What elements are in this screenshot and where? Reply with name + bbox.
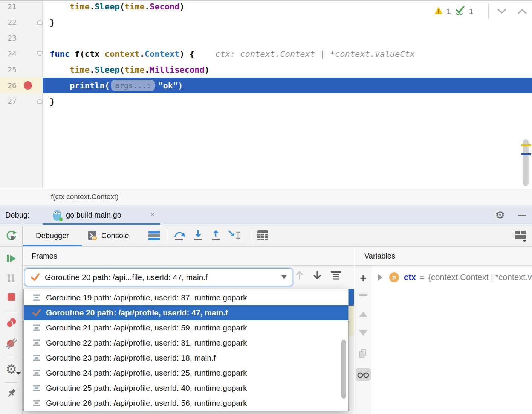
goroutine-item[interactable]: Goroutine 26 path: /api/profile, userId:… — [24, 396, 348, 411]
variable-row[interactable]: p ctx = {context.Context | *context.valu… — [372, 269, 532, 286]
goroutine-label: Goroutine 24 path: /api/profile, userId:… — [46, 368, 247, 377]
code-text[interactable]: } — [43, 93, 532, 109]
plus-icon: + — [360, 272, 367, 284]
warning-count: 1 — [446, 7, 451, 16]
line-number: 25 — [3, 65, 17, 74]
code-line[interactable]: 26 println(args...:"ok") — [0, 78, 532, 93]
gutter-cell[interactable]: 26 — [0, 78, 43, 93]
add-watch-button[interactable]: + — [354, 272, 372, 284]
goroutine-icon — [32, 324, 41, 331]
mute-breakpoints-button[interactable] — [0, 338, 23, 349]
layout-settings-button[interactable] — [515, 230, 527, 242]
threads-view-icon[interactable] — [148, 230, 160, 241]
code-text[interactable] — [43, 30, 532, 46]
goroutine-item[interactable]: Goroutine 25 path: /api/profile, userId:… — [24, 381, 348, 396]
view-breakpoints-button[interactable] — [0, 318, 23, 328]
prev-occurrence-icon[interactable] — [517, 8, 527, 14]
gutter-cell[interactable]: 22 — [0, 14, 43, 30]
code-text[interactable]: time.Sleep(time.Millisecond) — [43, 62, 532, 78]
line-number: 27 — [3, 97, 17, 106]
gutter-cell[interactable]: 25 — [0, 62, 43, 78]
goroutine-label: Goroutine 20 path: /api/profile, userId:… — [46, 308, 228, 317]
filter-frames-icon — [330, 271, 341, 280]
resume-button[interactable] — [0, 254, 23, 263]
code-line[interactable]: 24func f(ctx context.Context) {ctx: cont… — [0, 46, 532, 62]
equals-sign: = — [420, 272, 425, 282]
goroutine-item[interactable]: Goroutine 20 path: /api/profile, userId:… — [24, 305, 348, 320]
code-line[interactable]: 25 time.Sleep(time.Millisecond) — [0, 62, 532, 78]
fold-marker-icon[interactable] — [37, 51, 43, 57]
code-line[interactable]: 27} — [0, 93, 532, 109]
current-goroutine-check-icon — [31, 273, 40, 282]
goroutine-item[interactable]: Goroutine 23 path: /api/profile, userId:… — [24, 350, 348, 365]
goroutine-item[interactable]: Goroutine 21 path: /api/profile, userId:… — [24, 320, 348, 335]
goroutine-item[interactable]: Goroutine 24 path: /api/profile, userId:… — [24, 365, 348, 381]
move-watch-up-button[interactable] — [354, 312, 372, 317]
execution-stripe-mark[interactable] — [521, 153, 531, 155]
goroutine-selector[interactable]: Goroutine 20 path: /api...file, userId: … — [25, 268, 292, 286]
gutter-cell[interactable]: 23 — [0, 30, 43, 46]
pin-tab-button[interactable] — [0, 388, 23, 399]
step-out-icon — [210, 230, 221, 241]
variables-panel: Variables + — [354, 247, 532, 414]
goroutine-item[interactable]: Goroutine 22 path: /api/profile, userId:… — [24, 335, 348, 350]
gutter-cell[interactable]: 24 — [0, 46, 43, 62]
code-text[interactable]: func f(ctx context.Context) {ctx: contex… — [43, 46, 532, 62]
duplicate-watch-button[interactable] — [354, 349, 372, 358]
run-to-cursor-button[interactable] — [228, 230, 241, 241]
debug-session-tab[interactable]: go build main.go × — [43, 205, 160, 225]
settings-gear-icon[interactable]: ⚙ — [495, 210, 505, 221]
hide-toolwindow-icon[interactable] — [518, 215, 526, 216]
debug-label: Debug: — [5, 205, 30, 224]
next-frame-button[interactable] — [313, 270, 322, 280]
debug-content: ⚙ Frames — [0, 247, 532, 414]
rerun-button[interactable] — [0, 225, 23, 246]
pause-button[interactable] — [0, 274, 23, 283]
warning-stripe-mark[interactable] — [521, 144, 531, 146]
line-number: 23 — [3, 33, 17, 43]
popup-scrollbar[interactable] — [341, 340, 346, 399]
code-line[interactable]: 23 — [0, 30, 532, 46]
stop-button[interactable] — [0, 293, 23, 301]
dropdown-arrow-icon — [16, 372, 21, 375]
show-watches-button[interactable] — [354, 368, 372, 381]
code-editor[interactable]: 21 time.Sleep(time.Second)22}2324func f(… — [0, 0, 532, 188]
tab-debugger-label: Debugger — [36, 231, 69, 240]
goroutine-label: Goroutine 22 path: /api/profile, userId:… — [46, 338, 247, 347]
fold-marker-icon[interactable] — [37, 99, 43, 104]
breadcrumb[interactable]: f(ctx context.Context) — [51, 189, 119, 205]
expand-arrow-icon[interactable] — [378, 274, 382, 281]
fold-marker-icon[interactable] — [37, 20, 43, 25]
goroutine-item[interactable]: Goroutine 19 path: /api/profile, userId:… — [24, 290, 348, 305]
arrow-down-icon — [313, 270, 322, 280]
step-into-button[interactable] — [193, 230, 203, 241]
divider — [5, 311, 17, 311]
variable-value: {context.Context | *context.valueCtx} — [428, 272, 532, 282]
previous-frame-button[interactable] — [295, 270, 304, 280]
step-over-button[interactable] — [173, 230, 185, 241]
debugger-settings-button[interactable]: ⚙ — [0, 363, 23, 376]
goroutine-icon — [32, 355, 41, 361]
copy-icon — [359, 349, 368, 358]
step-out-button[interactable] — [210, 230, 221, 241]
tab-console[interactable]: Console — [87, 225, 129, 246]
triangle-down-icon — [359, 330, 367, 336]
remove-watch-button[interactable] — [354, 294, 372, 296]
tab-debugger[interactable]: Debugger — [23, 225, 82, 246]
debug-session-title: go build main.go — [66, 205, 121, 224]
hide-library-frames-button[interactable] — [330, 271, 341, 280]
variables-title: Variables — [364, 252, 395, 260]
goroutine-label: Goroutine 26 path: /api/profile, userId:… — [46, 399, 247, 408]
breakpoint-icon[interactable] — [24, 81, 32, 90]
close-icon[interactable]: × — [150, 205, 155, 224]
go-gopher-icon — [53, 210, 61, 221]
move-watch-down-button[interactable] — [354, 330, 372, 336]
inspection-widget[interactable]: 1 1 — [434, 5, 473, 17]
code-text[interactable]: println(args...:"ok") — [43, 78, 532, 93]
debug-toolwindow-header: Debug: go build main.go × ⚙ — [0, 205, 532, 225]
gutter-cell[interactable]: 27 — [0, 93, 43, 109]
gutter-cell[interactable]: 21 — [0, 0, 43, 14]
evaluate-expression-button[interactable] — [257, 230, 268, 240]
pin-icon — [6, 388, 17, 399]
next-occurrence-icon[interactable] — [497, 8, 507, 14]
